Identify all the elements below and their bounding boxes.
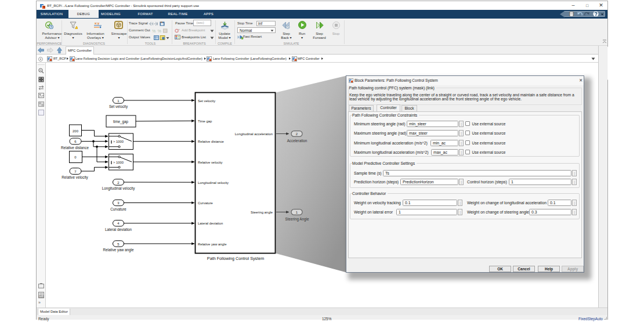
svg-text:1: 1 bbox=[117, 99, 119, 103]
svg-text:2: 2 bbox=[296, 132, 298, 136]
svg-text:Relative velocity: Relative velocity bbox=[61, 175, 88, 180]
svg-text:%: % bbox=[152, 29, 155, 33]
svg-text:Steering Angle: Steering Angle bbox=[285, 217, 309, 222]
svg-text:Relative velocity: Relative velocity bbox=[198, 161, 223, 164]
svg-text:Lateral deviation: Lateral deviation bbox=[198, 222, 223, 225]
svg-text:0101: 0101 bbox=[39, 295, 44, 298]
svg-text:Longitudinal acceleration: Longitudinal acceleration bbox=[235, 132, 273, 136]
svg-text:%: % bbox=[158, 29, 161, 33]
svg-text:1: 1 bbox=[296, 211, 298, 214]
svg-text:Path Following Control System: Path Following Control System bbox=[207, 256, 264, 261]
svg-text:200: 200 bbox=[73, 129, 79, 133]
svg-text:Curvature: Curvature bbox=[198, 201, 214, 205]
svg-text:Lateral deviation: Lateral deviation bbox=[105, 227, 132, 231]
svg-text:Time gap: Time gap bbox=[198, 120, 212, 123]
svg-text:> 1000: > 1000 bbox=[113, 140, 124, 143]
svg-text:Relative yaw angle: Relative yaw angle bbox=[198, 243, 227, 246]
svg-text:Acceleration: Acceleration bbox=[287, 139, 307, 143]
svg-text:> 1000: > 1000 bbox=[113, 161, 124, 164]
svg-text:Longitudinal velocity: Longitudinal velocity bbox=[102, 186, 136, 191]
svg-text:Relative yaw angle: Relative yaw angle bbox=[103, 248, 134, 252]
svg-text:time_gap: time_gap bbox=[113, 120, 128, 124]
svg-text:Curvature: Curvature bbox=[110, 207, 126, 211]
svg-text:Set velocity: Set velocity bbox=[109, 104, 128, 109]
svg-text:x:y: x:y bbox=[95, 21, 100, 25]
svg-text:2: 2 bbox=[117, 181, 119, 184]
svg-text:Steering angle: Steering angle bbox=[251, 211, 273, 214]
svg-text:7: 7 bbox=[74, 170, 76, 173]
svg-text:Longitudinal velocity: Longitudinal velocity bbox=[198, 181, 229, 184]
svg-text:Relative distance: Relative distance bbox=[61, 146, 89, 150]
svg-text:Relative distance: Relative distance bbox=[198, 140, 225, 143]
svg-text:Set velocity: Set velocity bbox=[198, 99, 215, 103]
